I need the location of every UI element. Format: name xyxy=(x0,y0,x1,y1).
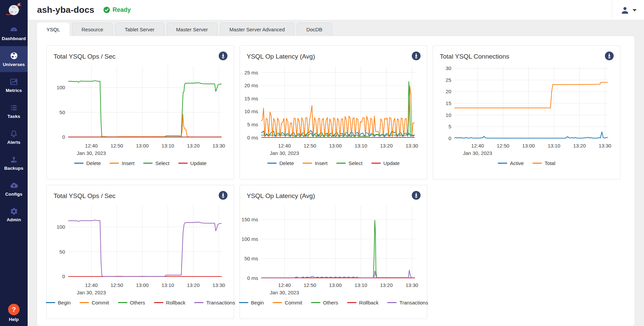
svg-text:0: 0 xyxy=(449,135,451,141)
svg-text:12:50: 12:50 xyxy=(304,143,316,149)
svg-text:13:30: 13:30 xyxy=(212,282,225,288)
legend-item[interactable]: Transactions xyxy=(194,300,235,305)
legend-label: Delete xyxy=(279,160,294,166)
legend-label: Transactions xyxy=(399,300,428,305)
tab-master-server-advanced[interactable]: Master Server Advanced xyxy=(220,23,294,36)
legend-item[interactable]: Total xyxy=(532,160,555,166)
legend-item[interactable]: Active xyxy=(498,160,524,166)
sidebar-nav: Dashboard Universes Metrics xyxy=(0,20,28,228)
sidebar-item-backups[interactable]: Backups xyxy=(0,150,28,176)
legend-item[interactable]: Commit xyxy=(80,300,109,305)
prometheus-link-icon[interactable] xyxy=(411,51,421,62)
sidebar-item-metrics[interactable]: Metrics xyxy=(0,72,28,98)
svg-text:13:30: 13:30 xyxy=(405,282,418,288)
svg-text:50: 50 xyxy=(59,109,65,115)
legend-item[interactable]: Update xyxy=(178,160,207,166)
sidebar-item-dashboard[interactable]: Dashboard xyxy=(0,20,28,46)
sidebar-item-label: Dashboard xyxy=(2,36,26,41)
legend-swatch xyxy=(311,302,320,303)
legend-item[interactable]: Rollback xyxy=(154,300,186,305)
sidebar-item-configs[interactable]: Configs xyxy=(0,176,28,202)
sidebar-item-label: Tasks xyxy=(7,114,20,119)
chart-legend: BeginCommitOthersRollbackTransactions xyxy=(240,300,427,305)
legend-swatch xyxy=(118,302,127,303)
line-chart[interactable]: 0 ms5 ms10 ms15 ms20 ms25 ms12:40Jan 30,… xyxy=(240,63,427,160)
legend-item[interactable]: Others xyxy=(311,300,338,305)
svg-text:13:00: 13:00 xyxy=(329,143,342,149)
tab-docdb[interactable]: DocDB xyxy=(297,23,332,36)
legend-label: Others xyxy=(130,300,145,305)
svg-text:0: 0 xyxy=(62,134,65,140)
chart-legend: BeginCommitOthersRollbackTransactions xyxy=(47,300,234,305)
svg-text:Jan 30, 2023: Jan 30, 2023 xyxy=(77,150,106,156)
chart-panel-total-ysql-ops-transactions: Total YSQL Ops / Sec 05010012:40Jan 30, … xyxy=(47,185,234,319)
legend-item[interactable]: Others xyxy=(118,300,145,305)
legend-item[interactable]: Update xyxy=(371,160,400,166)
svg-text:30: 30 xyxy=(446,65,451,71)
legend-item[interactable]: Select xyxy=(336,160,363,166)
line-chart[interactable]: 05101520253012:40Jan 30, 202312:5013:001… xyxy=(433,63,620,160)
legend-swatch xyxy=(347,302,357,303)
svg-text:13:10: 13:10 xyxy=(161,282,174,288)
legend-item[interactable]: Rollback xyxy=(347,300,379,305)
svg-text:13:20: 13:20 xyxy=(573,143,586,149)
sidebar-item-universes[interactable]: Universes xyxy=(0,46,28,72)
legend-swatch xyxy=(273,302,282,303)
prometheus-link-icon[interactable] xyxy=(411,191,421,201)
svg-text:13:30: 13:30 xyxy=(405,143,418,149)
svg-text:13:30: 13:30 xyxy=(212,143,225,149)
line-chart[interactable]: 05010012:40Jan 30, 202312:5013:0013:1013… xyxy=(47,202,234,299)
legend-swatch xyxy=(154,302,163,303)
legend-item[interactable]: Begin xyxy=(46,300,71,305)
sidebar-item-label: Metrics xyxy=(6,88,22,93)
chart-title: YSQL Op Latency (Avg) xyxy=(247,53,315,60)
user-menu[interactable] xyxy=(612,0,644,20)
svg-text:Jan 30, 2023: Jan 30, 2023 xyxy=(77,290,106,295)
tab-resource[interactable]: Resource xyxy=(72,23,113,36)
prometheus-link-icon[interactable] xyxy=(218,51,228,62)
svg-text:12:40: 12:40 xyxy=(471,143,484,149)
alerts-bell-icon xyxy=(9,129,18,138)
line-chart[interactable]: 05010012:40Jan 30, 202312:5013:0013:1013… xyxy=(47,63,234,160)
chart-panel-ysql-op-latency: YSQL Op Latency (Avg) 0 ms5 ms10 ms15 ms… xyxy=(240,45,427,180)
sidebar-item-alerts[interactable]: Alerts xyxy=(0,124,28,150)
legend-item[interactable]: Begin xyxy=(239,300,264,305)
svg-text:0 ms: 0 ms xyxy=(247,275,258,281)
sidebar-item-help[interactable]: ? Help xyxy=(0,304,28,322)
sidebar-item-admin[interactable]: Admin xyxy=(0,202,28,228)
legend-swatch xyxy=(387,302,397,303)
legend-item[interactable]: Insert xyxy=(110,160,134,166)
legend-label: Rollback xyxy=(359,300,379,305)
legend-item[interactable]: Delete xyxy=(267,160,294,166)
svg-text:10 ms: 10 ms xyxy=(244,108,258,114)
legend-label: Rollback xyxy=(166,300,186,305)
metrics-card: Total YSQL Ops / Sec 05010012:40Jan 30, … xyxy=(37,36,635,326)
universe-globe-icon xyxy=(9,51,19,60)
tab-master-server[interactable]: Master Server xyxy=(167,23,217,36)
legend-label: Insert xyxy=(122,160,134,166)
tab-tablet-server[interactable]: Tablet Server xyxy=(115,23,164,36)
svg-text:100: 100 xyxy=(57,224,65,230)
tab-ysql[interactable]: YSQL xyxy=(37,23,69,36)
legend-swatch xyxy=(498,163,507,164)
prometheus-link-icon[interactable] xyxy=(605,51,614,62)
svg-text:20: 20 xyxy=(446,89,451,94)
legend-item[interactable]: Transactions xyxy=(387,300,428,305)
legend-item[interactable]: Select xyxy=(143,160,170,166)
legend-label: Total xyxy=(545,160,555,166)
sidebar-item-tasks[interactable]: Tasks xyxy=(0,98,28,124)
legend-item[interactable]: Insert xyxy=(303,160,328,166)
svg-text:25 ms: 25 ms xyxy=(244,70,258,75)
svg-text:13:10: 13:10 xyxy=(355,282,367,288)
legend-item[interactable]: Commit xyxy=(273,300,302,305)
svg-text:12:40: 12:40 xyxy=(85,282,98,288)
legend-item[interactable]: Delete xyxy=(74,160,101,166)
legend-label: Active xyxy=(510,160,524,166)
legend-label: Begin xyxy=(58,300,71,305)
legend-swatch xyxy=(46,302,55,303)
sidebar-item-label: Help xyxy=(9,317,19,322)
line-chart[interactable]: 0 ms50 ms100 ms150 ms12:40Jan 30, 202312… xyxy=(240,202,427,299)
prometheus-link-icon[interactable] xyxy=(218,191,228,201)
sidebar-item-label: Backups xyxy=(4,166,24,171)
app-logo[interactable] xyxy=(0,0,28,20)
